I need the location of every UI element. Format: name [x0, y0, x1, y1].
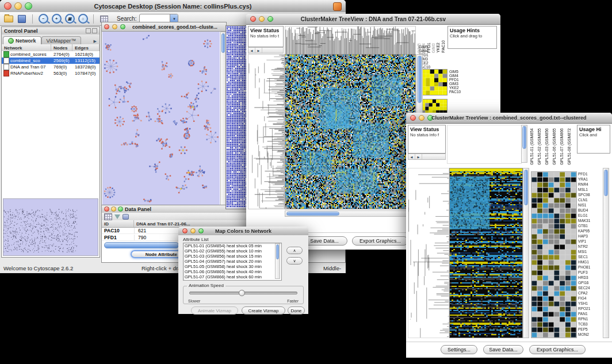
gene-label-column: PFD1YRA1RNR4MSL1SPC98CLN1NIS1BUD4ELG1MAK…	[578, 171, 601, 337]
save-session-icon[interactable]	[17, 14, 27, 24]
gene-label: PAN1	[578, 311, 601, 316]
gene-label: PEP5	[578, 327, 601, 332]
attribute-item[interactable]: GPL51-01 (GSM854) heat shock 05 min	[183, 243, 281, 248]
control-panel-title-bar[interactable]: Control Panel	[2, 27, 100, 35]
attribute-item[interactable]: GPL51-03 (GSM856) heat shock 15 min	[183, 254, 281, 259]
array-column-label: GPL51-02 (GSM855	[537, 128, 545, 165]
vscroll-thumb[interactable]	[221, 33, 225, 53]
open-session-icon[interactable]	[3, 14, 14, 24]
tab-network[interactable]: Network	[3, 36, 41, 45]
network-view-canvas[interactable]	[102, 32, 220, 206]
magnifier-plus-icon: +	[52, 14, 62, 24]
usage-hints-text: Click and drag to	[450, 33, 495, 39]
view-status-hscrollbar[interactable]: ◀ ▶	[408, 154, 446, 160]
heatmap-vscrollbar[interactable]	[523, 168, 529, 338]
data-panel-hscroll-thumb[interactable]	[104, 242, 179, 248]
close-frame-button[interactable]	[104, 24, 109, 29]
attribute-item[interactable]: GPL51-04 (GSM857) heat shock 20 min	[183, 259, 281, 264]
array-column-label: GPL51-07 (GSM866	[560, 128, 567, 165]
network-row[interactable]: combined_sco 2569(6) 13112(15)	[2, 58, 100, 64]
dialog-title: Map Colors to Network	[178, 227, 308, 235]
heatmap-strip-canvas[interactable]	[449, 168, 523, 338]
correlation-matrix-1-canvas[interactable]	[421, 69, 447, 95]
attribute-listbox[interactable]: GPL51-01 (GSM854) heat shock 05 minGPL51…	[183, 243, 282, 281]
save-data-button[interactable]: Save Data...	[483, 345, 523, 354]
zoom-heatmap-canvas[interactable]	[531, 171, 577, 338]
col-edges: Edges	[72, 44, 100, 51]
move-down-button[interactable]: ∨	[286, 257, 303, 265]
slower-label: Slower	[188, 299, 200, 303]
zoom-out-icon[interactable]: −	[38, 14, 48, 24]
attribute-item[interactable]: GPL51-06 (GSM865) heat shock 40 min	[183, 269, 281, 274]
create-vizmap-button[interactable]: Create Vizmap	[242, 306, 285, 315]
move-up-button[interactable]: ∧	[286, 247, 303, 254]
attribute-item[interactable]: GPL51-02 (GSM855) heat shock 10 min	[183, 248, 281, 254]
network-row[interactable]: combined_scores 2764(0) 16218(0)	[2, 51, 100, 58]
treeview-combined-title-bar[interactable]: ClusterMaker TreeView : combined_scores_…	[406, 113, 612, 124]
heatmap-canvas[interactable]	[285, 54, 416, 209]
column-header-vscrollbar[interactable]	[521, 125, 527, 163]
tab-vizmapper[interactable]: VizMapper™	[41, 36, 82, 45]
animate-vizmap-button[interactable]: Animate Vizmap	[191, 306, 238, 315]
vscroll-thumb[interactable]	[524, 170, 528, 205]
slider-thumb[interactable]	[239, 290, 245, 296]
scroll-left-icon[interactable]: ◀	[248, 48, 255, 53]
vscroll-thumb[interactable]	[522, 126, 526, 149]
zoom-selected-icon[interactable]: ▣	[64, 14, 75, 24]
vscroll-thumb[interactable]	[276, 244, 279, 259]
gene-label: GIM5	[449, 70, 475, 74]
gene-label: GPI16	[578, 280, 601, 285]
gene-label: RNR4	[578, 182, 601, 187]
scroll-right-icon[interactable]: ▶	[415, 154, 422, 159]
view-status-text: No status info f	[410, 132, 443, 137]
column-dendrogram-canvas[interactable]	[285, 26, 416, 55]
save-data-button[interactable]: Save Data...	[301, 236, 347, 246]
dialog-body: Attribute List GPL51-01 (GSM854) heat sh…	[178, 235, 308, 314]
zoom-frame-button[interactable]	[120, 24, 125, 29]
close-panel-icon[interactable]	[92, 28, 97, 33]
scroll-right-icon[interactable]: ▶	[255, 48, 262, 53]
network-view-title-bar[interactable]: combined_scores_good.txt--cluste...	[102, 22, 226, 32]
network-overview-canvas[interactable]	[3, 199, 98, 254]
heatmap-hscrollbar[interactable]	[285, 210, 416, 217]
network-doc-icon	[3, 70, 9, 76]
folder-icon	[4, 16, 13, 22]
zoom-fit-icon[interactable]: ○	[78, 14, 88, 24]
treeview-dna-title-bar[interactable]: ClusterMaker TreeView : DNA and Tran 07-…	[246, 14, 500, 25]
network-view-title: combined_scores_good.txt--cluste...	[132, 24, 217, 30]
zoom-frame-button[interactable]	[118, 206, 123, 212]
attribute-item[interactable]: GPL51-05 (GSM858) heat shock 30 min	[183, 264, 281, 269]
dialog-title-bar[interactable]: Map Colors to Network	[178, 227, 308, 236]
attribute-select-icon[interactable]	[104, 213, 112, 220]
main-title-bar[interactable]: Cytoscape Desktop (Session Name: collins…	[0, 0, 346, 13]
filter-icon[interactable]	[114, 214, 120, 219]
network-doc-icon	[3, 64, 9, 70]
row-dendrogram-canvas[interactable]	[408, 168, 449, 338]
main-window-title: Cytoscape Desktop (Session Name: collins…	[0, 0, 346, 12]
view-status-hscrollbar[interactable]: ◀ ▶	[248, 47, 284, 53]
vscroll-thumb[interactable]	[418, 56, 422, 103]
gene-list-vscrollbar[interactable]	[603, 168, 609, 338]
vscroll-thumb[interactable]	[604, 170, 608, 196]
search-label: Search:	[117, 16, 136, 22]
gene-label: GIM4	[449, 74, 475, 78]
scroll-left-icon[interactable]: ◀	[408, 154, 415, 159]
attribute-item[interactable]: GPL51-07 (GSM866) heat shock 60 min	[183, 274, 281, 279]
hscroll-thumb[interactable]	[286, 212, 339, 216]
export-graphics-button[interactable]: Export Graphics...	[529, 345, 586, 354]
float-panel-icon[interactable]	[86, 28, 91, 33]
export-graphics-button[interactable]: Export Graphics...	[352, 236, 408, 246]
network-overview-panel[interactable]	[3, 198, 98, 256]
network-row[interactable]: RNAPuberNov2 563(0) 107847(0)	[2, 70, 100, 76]
minimize-frame-button[interactable]	[112, 24, 117, 29]
minimize-frame-button[interactable]	[111, 206, 116, 212]
settings-button[interactable]: Settings...	[441, 345, 477, 354]
attribute-list-vscrollbar[interactable]	[275, 243, 280, 279]
row-dendrogram-canvas[interactable]	[248, 54, 285, 209]
network-row[interactable]: DNA and Tran 07 769(0) 183728(0)	[2, 64, 100, 70]
close-frame-button[interactable]	[104, 206, 109, 212]
database-icon[interactable]	[123, 214, 129, 220]
zoom-in-icon[interactable]: +	[51, 14, 62, 24]
done-button[interactable]: Done	[288, 306, 305, 315]
gene-label: YRA1	[578, 177, 601, 182]
